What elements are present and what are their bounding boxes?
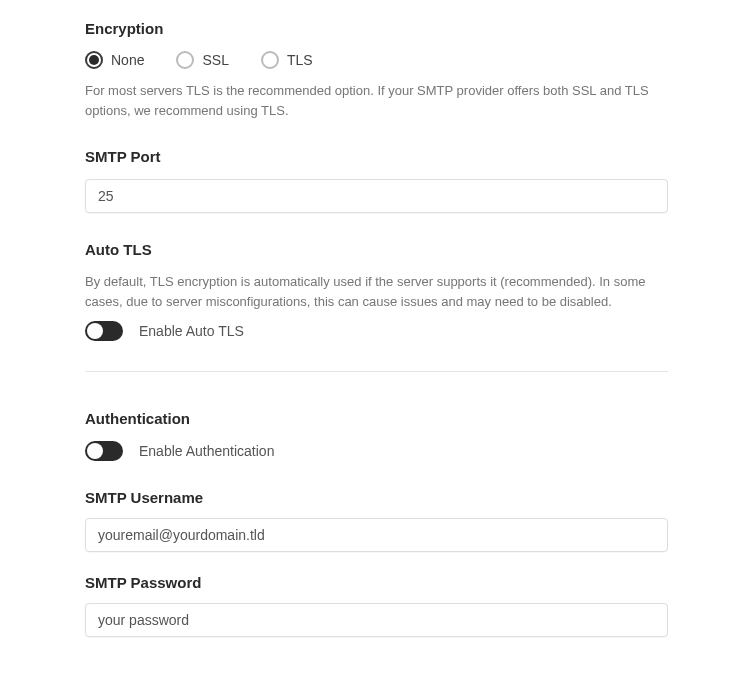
- encryption-radio-ssl[interactable]: SSL: [176, 51, 228, 69]
- auto-tls-toggle-row: Enable Auto TLS: [85, 321, 668, 341]
- smtp-username-input[interactable]: [85, 518, 668, 552]
- auto-tls-toggle-label: Enable Auto TLS: [139, 323, 244, 339]
- authentication-heading: Authentication: [85, 410, 668, 427]
- authentication-toggle[interactable]: [85, 441, 123, 461]
- smtp-port-input[interactable]: [85, 179, 668, 213]
- toggle-knob-icon: [87, 323, 103, 339]
- smtp-username-heading: SMTP Username: [85, 489, 668, 506]
- encryption-section: Encryption None SSL TLS For most servers…: [85, 20, 668, 120]
- encryption-radio-none-label: None: [111, 52, 144, 68]
- smtp-port-section: SMTP Port: [85, 148, 668, 213]
- auto-tls-help-text: By default, TLS encryption is automatica…: [85, 272, 668, 311]
- smtp-port-heading: SMTP Port: [85, 148, 668, 165]
- encryption-radio-none[interactable]: None: [85, 51, 144, 69]
- smtp-password-section: SMTP Password: [85, 574, 668, 637]
- smtp-username-section: SMTP Username: [85, 489, 668, 552]
- radio-dot-icon: [89, 55, 99, 65]
- auto-tls-heading: Auto TLS: [85, 241, 668, 258]
- encryption-radio-ssl-label: SSL: [202, 52, 228, 68]
- authentication-section: Authentication Enable Authentication: [85, 410, 668, 461]
- encryption-radio-tls-label: TLS: [287, 52, 313, 68]
- authentication-toggle-label: Enable Authentication: [139, 443, 274, 459]
- encryption-radio-group: None SSL TLS: [85, 51, 668, 69]
- auto-tls-toggle[interactable]: [85, 321, 123, 341]
- encryption-heading: Encryption: [85, 20, 668, 37]
- smtp-password-heading: SMTP Password: [85, 574, 668, 591]
- radio-icon: [176, 51, 194, 69]
- encryption-radio-tls[interactable]: TLS: [261, 51, 313, 69]
- authentication-toggle-row: Enable Authentication: [85, 441, 668, 461]
- smtp-password-input[interactable]: [85, 603, 668, 637]
- radio-icon: [85, 51, 103, 69]
- section-divider: [85, 371, 668, 372]
- radio-icon: [261, 51, 279, 69]
- toggle-knob-icon: [87, 443, 103, 459]
- encryption-help-text: For most servers TLS is the recommended …: [85, 81, 668, 120]
- auto-tls-section: Auto TLS By default, TLS encryption is a…: [85, 241, 668, 341]
